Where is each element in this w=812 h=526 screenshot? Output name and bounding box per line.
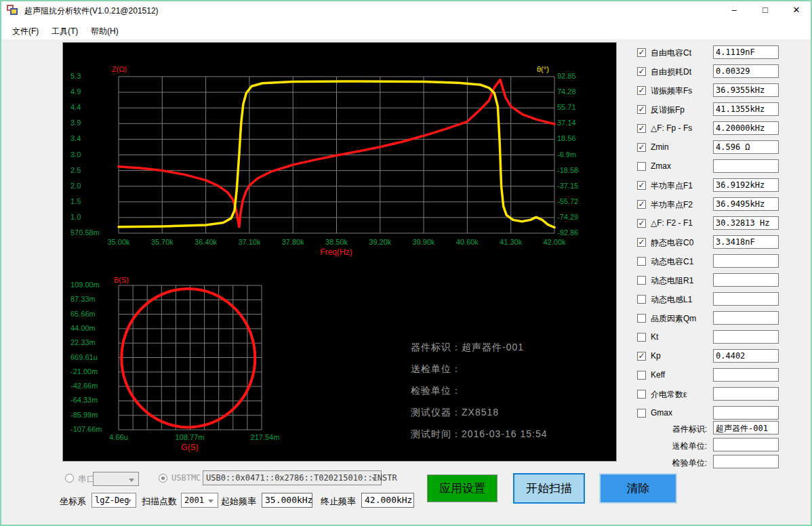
device-field-input[interactable]: 超声器件-001 [713, 421, 779, 434]
theta-axis-tick: -92.86 [557, 228, 578, 237]
minimize-button[interactable]: – [718, 0, 750, 20]
param-value-field[interactable]: 3.3418nF [713, 235, 779, 249]
param-label: 反谐振Fp [651, 104, 685, 116]
apply-settings-button[interactable]: 应用设置 [427, 474, 498, 502]
freq-axis-tick: 37.10k [238, 238, 260, 246]
freq-axis-tick: 41.30k [500, 238, 522, 246]
maximize-button[interactable]: □ [750, 0, 781, 20]
device-field-input[interactable] [713, 455, 779, 468]
param-checkbox[interactable] [637, 371, 646, 380]
param-checkbox[interactable] [637, 409, 646, 418]
param-checkbox[interactable]: ✓ [637, 181, 646, 190]
param-checkbox[interactable]: ✓ [637, 143, 646, 152]
param-label: △F: F2 - F1 [651, 218, 693, 228]
serial-port-combobox[interactable] [93, 472, 139, 486]
param-row: Gmax [632, 407, 810, 422]
usbtmc-address-value: USB0::0x0471::0x2786::T020215010::INSTR [206, 473, 397, 483]
param-value-field[interactable]: 30.32813 Hz [713, 216, 779, 230]
param-checkbox[interactable] [637, 162, 646, 171]
param-checkbox[interactable]: ✓ [637, 352, 646, 361]
start-freq-input[interactable]: 35.000kHz [262, 493, 312, 508]
device-field-input[interactable] [713, 438, 779, 451]
param-value-field[interactable]: 4.1119nF [713, 45, 779, 59]
param-row: ✓自由损耗Dt0.00329 [632, 66, 810, 81]
param-row: Zmax [632, 161, 810, 176]
param-value-field[interactable] [713, 159, 779, 173]
param-value-field[interactable] [713, 406, 779, 420]
menu-item-0[interactable]: 文件(F) [9, 24, 41, 39]
param-label: 动态电感L1 [651, 294, 692, 306]
theta-axis-tick: -55.72 [557, 197, 578, 205]
param-checkbox[interactable] [637, 276, 646, 285]
param-label: Keff [651, 370, 665, 380]
z-axis-tick: 4.4 [70, 103, 81, 111]
param-value-field[interactable] [713, 311, 779, 325]
device-info-line: 检验单位： [411, 385, 462, 397]
device-field-row: 器件标识:超声器件-001 [632, 422, 810, 437]
device-info-line: 送检单位： [411, 363, 462, 376]
param-checkbox[interactable] [637, 295, 646, 304]
freq-axis-tick: 39.20k [369, 238, 391, 246]
param-checkbox[interactable]: ✓ [637, 124, 646, 133]
param-checkbox[interactable] [637, 333, 646, 342]
freq-axis-tick: 35.70k [151, 238, 174, 246]
close-button[interactable]: ✕ [781, 0, 812, 20]
start-scan-button[interactable]: 开始扫描 [513, 473, 585, 504]
serial-port-radio[interactable] [65, 474, 74, 483]
param-value-field[interactable] [713, 292, 779, 306]
param-value-field[interactable]: 41.1355kHz [713, 102, 779, 116]
param-row: 动态电感L1 [632, 294, 810, 308]
param-value-field[interactable] [713, 368, 779, 382]
chevron-down-icon [129, 479, 134, 482]
clear-button[interactable]: 清除 [599, 473, 677, 504]
param-checkbox[interactable]: ✓ [637, 86, 646, 95]
param-row: ✓反谐振Fp41.1355kHz [632, 104, 810, 119]
param-checkbox[interactable] [637, 314, 646, 323]
param-value-field[interactable]: 36.9192kHz [713, 178, 779, 192]
b-axis-tick: -107.66m [70, 425, 102, 433]
param-checkbox[interactable]: ✓ [637, 200, 646, 209]
param-checkbox[interactable]: ✓ [637, 67, 646, 76]
param-value-field[interactable] [713, 273, 779, 287]
param-row: 介电常数ε [632, 388, 810, 403]
param-value-field[interactable] [713, 330, 779, 344]
b-axis-tick: -21.00m [70, 367, 98, 376]
param-value-field[interactable]: 4.596 Ω [713, 140, 779, 154]
param-checkbox[interactable]: ✓ [637, 219, 646, 228]
usbtmc-address-combobox[interactable]: USB0::0x0471::0x2786::T020215010::INSTR [203, 470, 382, 485]
param-checkbox[interactable]: ✓ [637, 105, 646, 114]
b-axis-tick: 669.61u [70, 353, 98, 361]
param-label: Kp [651, 351, 661, 361]
param-checkbox[interactable]: ✓ [637, 238, 646, 247]
param-checkbox[interactable] [637, 390, 646, 399]
param-value-field[interactable] [713, 254, 779, 268]
param-checkbox[interactable]: ✓ [637, 48, 646, 57]
param-value-field[interactable] [713, 387, 779, 401]
param-row: ✓Zmin4.596 Ω [632, 142, 810, 157]
freq-axis-tick: 35.00k [107, 238, 129, 246]
param-value-field[interactable]: 0.4402 [713, 349, 779, 363]
freq-axis-tick: 38.50k [325, 238, 348, 246]
menu-item-2[interactable]: 帮助(H) [88, 24, 121, 39]
chevron-down-icon [371, 477, 377, 481]
theta-axis-title: θ(°) [537, 65, 549, 73]
g-axis-tick: 217.54m [251, 433, 280, 441]
scan-points-label: 扫描点数 [142, 495, 177, 508]
menu-item-1[interactable]: 工具(T) [49, 24, 81, 39]
stop-freq-input[interactable]: 42.000kHz [361, 493, 414, 508]
usbtmc-radio[interactable] [159, 474, 167, 483]
coord-system-combobox[interactable]: lgZ-Deg [92, 493, 136, 508]
z-axis-tick: 1.5 [70, 197, 81, 205]
scan-points-combobox[interactable]: 2001 [181, 493, 218, 508]
chart-panel: Z(Ω) θ(°) Freq(Hz) B(S) G(S) 器件标识：超声器件-0… [62, 42, 617, 462]
param-row: 品质因素Qm [632, 312, 810, 327]
param-checkbox[interactable] [637, 257, 646, 266]
param-value-field[interactable]: 4.20000kHz [713, 121, 779, 135]
param-label: 半功率点F2 [651, 199, 693, 211]
param-row: 动态电阻R1 [632, 275, 810, 289]
z-axis-tick: 2.0 [70, 182, 81, 190]
z-axis-tick: 4.9 [70, 87, 81, 96]
param-value-field[interactable]: 36.9495kHz [713, 197, 779, 211]
param-value-field[interactable]: 36.9355kHz [713, 83, 779, 97]
param-value-field[interactable]: 0.00329 [713, 64, 779, 78]
